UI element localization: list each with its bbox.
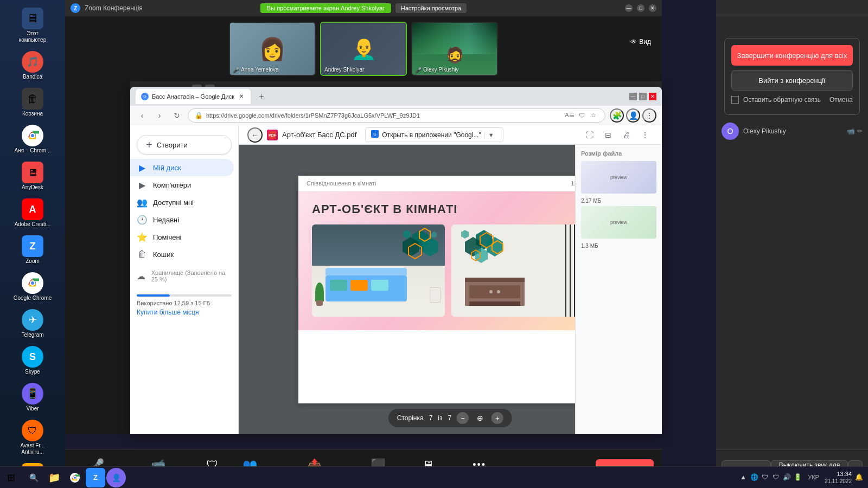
end-conference-for-all-button[interactable]: Завершити конференцію для всіх xyxy=(731,45,853,66)
sidebar-item-recent[interactable]: 🕐 Недавні xyxy=(130,211,234,228)
tray-avast-icon: 🛡 xyxy=(771,472,781,482)
tray-battery-icon: 🔋 xyxy=(793,472,802,482)
page-total: 7 xyxy=(448,414,452,422)
pdf-images-row xyxy=(312,224,589,317)
viber-icon: 📱 xyxy=(22,383,43,404)
feedback-checkbox[interactable] xyxy=(731,96,739,104)
print-button[interactable]: 🖨 xyxy=(618,127,635,143)
translate-icon[interactable]: A☰ xyxy=(565,111,575,120)
zoom-icon: Z xyxy=(22,235,43,257)
bandica-label: Bandica xyxy=(23,74,42,80)
desktop-icon-anydesk[interactable]: 🖥 AnyDesk xyxy=(11,159,54,193)
profile-button[interactable]: 👤 xyxy=(626,108,640,123)
menu-button[interactable]: ⋮ xyxy=(642,108,656,123)
cancel-link[interactable]: Отмена xyxy=(829,96,853,104)
shared-icon: 👥 xyxy=(137,197,148,208)
desktop-icon-chrome1[interactable]: Аня – Chrom... xyxy=(11,123,54,156)
star-icon[interactable]: ☆ xyxy=(589,111,598,120)
buy-storage-link[interactable]: Купити більше місця xyxy=(137,309,232,316)
pdf-page-header: Співвідношення в кімнаті 1200 мм xyxy=(298,176,602,191)
desktop-icon-zoom[interactable]: Z Zoom xyxy=(11,233,54,267)
taskbar-zoom[interactable]: Z xyxy=(86,468,105,487)
zoom-titlebar: Z Zoom Конференція Вы просматриваете экр… xyxy=(65,0,662,16)
taskbar-search[interactable]: 🔍 xyxy=(24,468,43,487)
desktop-icon-bandica[interactable]: 🎵 Bandica xyxy=(11,49,54,82)
tray-up-icon[interactable]: ▲ xyxy=(738,472,748,482)
desktop-icon-skype[interactable]: S Skype xyxy=(11,344,54,377)
svg-text:PDF: PDF xyxy=(269,133,276,137)
panel-edit-icon: ✏ xyxy=(857,127,863,135)
desktop-icon-adobe[interactable]: A Adobe Creati... xyxy=(11,196,54,230)
drive-back-button[interactable]: ← xyxy=(247,127,263,143)
new-tab-button[interactable]: + xyxy=(255,90,268,103)
adobe-label: Adobe Creati... xyxy=(15,221,51,228)
zoom-icon-button[interactable]: ⊕ xyxy=(474,412,486,424)
extension-button[interactable]: 🧩 xyxy=(610,108,624,123)
desktop-icon-avast[interactable]: 🛡 Avast Fr... Antiviru... xyxy=(11,418,54,458)
back-button[interactable]: ‹ xyxy=(136,109,149,122)
browser-tab-active[interactable]: G Басс Анастасія – Google Диск ✕ xyxy=(136,89,251,104)
taskbar-user[interactable]: 👤 xyxy=(106,468,126,487)
adobe-icon: A xyxy=(22,198,43,220)
desktop-icon-telegram[interactable]: ✈ Telegram xyxy=(11,307,54,341)
browser-titlebar: G Басс Анастасія – Google Диск ✕ + — □ ✕ xyxy=(130,87,662,106)
lang-display: УКР xyxy=(805,474,822,480)
address-bar[interactable]: 🔒 https://drive.google.com/drive/folders… xyxy=(188,108,605,123)
participant-card-1: 👩 🎤 Anna Yemelova xyxy=(229,22,316,76)
desktop-icon-trash[interactable]: 🗑 Корзина xyxy=(11,86,54,119)
leave-conference-button[interactable]: Вийти з конференції xyxy=(731,70,853,91)
hexagons-svg-1 xyxy=(399,227,442,268)
taskbar-chrome[interactable] xyxy=(65,468,85,487)
browser-close-button[interactable]: ✕ xyxy=(649,93,656,100)
popout-button[interactable]: ⊟ xyxy=(600,127,616,143)
fullscreen-button[interactable]: ⛶ xyxy=(582,127,598,143)
close-button[interactable]: ✕ xyxy=(649,4,656,12)
trash-nav-label: Кошик xyxy=(153,251,174,259)
shield-icon[interactable]: 🛡 xyxy=(577,111,586,120)
browser-restore-button[interactable]: □ xyxy=(639,93,647,100)
create-button[interactable]: + Створити xyxy=(137,135,232,155)
computer-icon-label: Этот компьютер xyxy=(13,30,52,43)
viewing-banner: Вы просматриваете экран Andrey Shkolyar xyxy=(260,3,391,13)
clock-date: 21.11.2022 xyxy=(825,478,852,485)
svg-point-30 xyxy=(74,477,76,479)
view-button[interactable]: 👁 Вид xyxy=(630,38,651,46)
maximize-button[interactable]: □ xyxy=(637,4,644,12)
feedback-row: Оставить обратную связь Отмена xyxy=(731,96,853,104)
minimize-button[interactable]: — xyxy=(625,4,633,12)
tray-shield-icon: 🛡 xyxy=(760,472,770,482)
sys-tray-icons: ▲ 🌐 🛡 🛡 🔊 🔋 xyxy=(738,472,802,482)
browser-window-controls: — □ ✕ xyxy=(629,93,656,100)
page-header-text: Співвідношення в кімнаті xyxy=(307,180,376,187)
desktop-icon-viber[interactable]: 📱 Viber xyxy=(11,381,54,414)
zoom-title-text: Zoom Конференція xyxy=(85,4,143,12)
open-in-app-button[interactable]: G Открыть в приложении "Googl..." ▼ xyxy=(365,127,503,142)
zoom-in-button[interactable]: + xyxy=(492,412,503,424)
bandica-icon: 🎵 xyxy=(22,51,43,73)
avast-icon: 🛡 xyxy=(22,420,43,441)
open-dropdown-icon[interactable]: ▼ xyxy=(484,132,497,138)
svg-marker-15 xyxy=(403,230,411,239)
zoom-title-left: Z Zoom Конференція xyxy=(71,3,143,13)
panel-avatar: O xyxy=(722,123,739,140)
desktop-icon-google-chrome[interactable]: Google Chrome xyxy=(11,270,54,304)
notification-icon[interactable]: 🔔 xyxy=(854,472,864,482)
sidebar-item-shared[interactable]: 👥 Доступні мні xyxy=(130,194,234,211)
zoom-out-button[interactable]: − xyxy=(457,412,469,424)
drive-main: ← PDF Арт-об'єкт Басс ДС.pdf G xyxy=(239,125,662,434)
view-settings-button[interactable]: Настройки просмотра xyxy=(395,3,467,13)
more-options-button[interactable]: ⋮ xyxy=(637,127,653,143)
sidebar-item-starred[interactable]: ⭐ Помічені xyxy=(130,228,234,246)
forward-button[interactable]: › xyxy=(153,109,166,122)
start-button[interactable]: ⊞ xyxy=(0,467,22,489)
browser-minimize-button[interactable]: — xyxy=(629,93,637,100)
starred-label: Помічені xyxy=(153,233,181,241)
reload-button[interactable]: ↻ xyxy=(170,109,183,122)
taskbar-file-explorer[interactable]: 📁 xyxy=(44,468,64,487)
tab-close-button[interactable]: ✕ xyxy=(238,93,245,100)
desktop-icon-computer[interactable]: 🖥 Этот компьютер xyxy=(11,5,54,46)
sidebar-item-computers[interactable]: ▶ Комп'ютери xyxy=(130,176,234,194)
sidebar-item-trash[interactable]: 🗑 Кошик xyxy=(130,246,234,263)
sidebar-item-my-drive[interactable]: ▶ Мій диск xyxy=(130,159,234,176)
create-label: Створити xyxy=(157,141,188,149)
